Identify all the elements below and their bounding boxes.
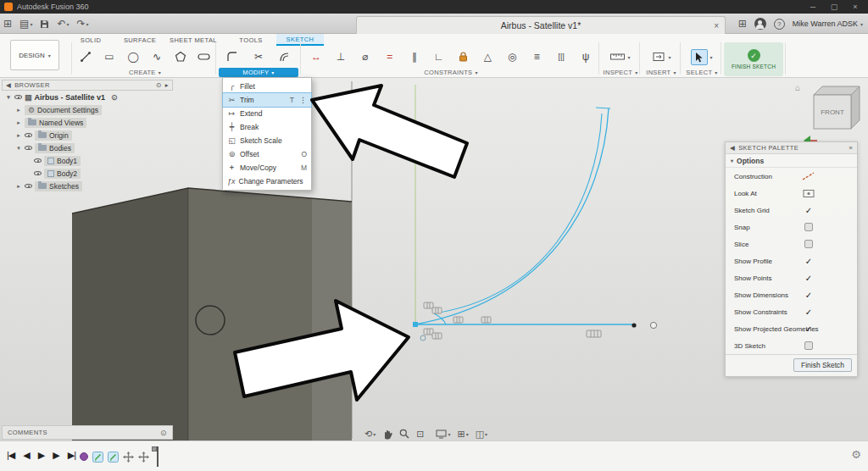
expander-icon[interactable]: ▸	[15, 107, 22, 114]
skip-start-icon[interactable]: |◀	[7, 450, 14, 461]
menu-item-move-copy[interactable]: + Move/Copy M	[223, 161, 311, 175]
rectangle-tool-icon[interactable]: ▭	[102, 48, 117, 65]
document-tab[interactable]: Airbus - Satellite v1* ×	[356, 16, 726, 34]
curvature-constraint-icon[interactable]: ψ	[578, 48, 593, 65]
menu-item-offset[interactable]: ⊚ Offset O	[223, 147, 311, 161]
tab-solid[interactable]: SOLID	[74, 34, 108, 46]
spline-tool-icon[interactable]: ∿	[149, 48, 164, 65]
menu-item-fillet[interactable]: ╭ Fillet	[223, 80, 311, 93]
timeline-item-sketch[interactable]	[108, 452, 119, 463]
timeline-position-marker[interactable]	[153, 446, 162, 467]
timeline-item-sketch[interactable]	[92, 452, 103, 463]
menu-item-extend[interactable]: ↦ Extend	[223, 107, 311, 120]
select-group-label[interactable]: SELECT▾	[683, 68, 721, 77]
close-window-button[interactable]: ×	[847, 3, 864, 11]
option-snap[interactable]: Snap	[726, 219, 857, 236]
orbit-icon[interactable]: ⟲▾	[364, 429, 376, 440]
option-show-projected-geometries[interactable]: Show Projected Geometries ✓	[726, 320, 857, 337]
visibility-eye-icon[interactable]	[34, 171, 42, 175]
checkbox-checked-icon[interactable]: ✓	[800, 274, 817, 283]
select-tool-active[interactable]	[691, 49, 708, 65]
visibility-eye-icon[interactable]	[34, 158, 42, 163]
perpendicular-constraint-icon[interactable]: ∟	[431, 48, 447, 65]
option-look-at[interactable]: Look At	[726, 185, 857, 202]
view-cube[interactable]: ⌂ FRONT	[795, 81, 866, 147]
concentric-constraint-icon[interactable]: ◎	[504, 48, 520, 65]
target-icon[interactable]: ⊙	[160, 429, 167, 437]
coincident-constraint-icon[interactable]: ⊥	[333, 48, 348, 65]
fit-icon[interactable]: ⊡	[416, 429, 424, 440]
visibility-eye-icon[interactable]	[14, 95, 22, 99]
browser-row-body1[interactable]: Body1	[2, 154, 173, 167]
popout-icon[interactable]: »	[849, 144, 853, 152]
menu-item-sketch-scale[interactable]: ◱ Sketch Scale	[223, 134, 311, 147]
minimize-button[interactable]: ─	[804, 3, 821, 11]
visibility-eye-icon[interactable]	[25, 133, 32, 137]
checkbox-checked-icon[interactable]: ✓	[800, 324, 817, 334]
pan-icon[interactable]	[382, 429, 392, 440]
look-at-icon[interactable]	[800, 189, 817, 198]
expander-icon[interactable]: ▸	[15, 119, 22, 126]
browser-row-named-views[interactable]: ▸ Named Views	[2, 116, 173, 129]
save-icon[interactable]	[40, 19, 49, 29]
line-tool-icon[interactable]	[78, 48, 93, 65]
browser-row-body2[interactable]: Body2	[2, 167, 173, 180]
avatar[interactable]	[754, 18, 766, 30]
app-grid-icon[interactable]: ⊞	[3, 18, 12, 30]
fix-lock-constraint-icon[interactable]	[455, 48, 470, 65]
maximize-button[interactable]: ▢	[826, 3, 843, 11]
redo-icon[interactable]: ↷▾	[77, 18, 89, 30]
menu-item-change-parameters[interactable]: ƒx Change Parameters	[223, 175, 311, 188]
create-group-label[interactable]: CREATE▾	[75, 68, 215, 77]
polygon-tool-icon[interactable]	[173, 48, 188, 65]
timeline-settings-gear-icon[interactable]: ⚙	[851, 448, 861, 461]
option-sketch-grid[interactable]: Sketch Grid ✓	[726, 202, 857, 219]
checkbox-checked-icon[interactable]: ✓	[800, 206, 817, 215]
undo-icon[interactable]: ↶▾	[57, 18, 69, 30]
step-back-icon[interactable]: ◀	[23, 450, 29, 461]
parallel-constraint-icon[interactable]: ∥	[407, 48, 422, 65]
menu-item-break[interactable]: ┿ Break	[223, 120, 311, 134]
tab-tools[interactable]: TOOLS	[232, 34, 270, 46]
option-3d-sketch[interactable]: 3D Sketch	[726, 337, 857, 354]
sketch-palette-header[interactable]: ◀ SKETCH PALETTE »	[726, 142, 857, 154]
checkbox-checked-icon[interactable]: ✓	[800, 291, 817, 300]
expander-icon[interactable]: ▾	[15, 145, 22, 152]
fillet-tool-icon[interactable]	[225, 48, 240, 65]
midpoint-constraint-icon[interactable]: △	[480, 48, 495, 65]
slot-tool-icon[interactable]	[197, 48, 212, 65]
expander-icon[interactable]: ▾	[5, 94, 12, 101]
extensions-icon[interactable]: ⊞	[738, 18, 747, 30]
trim-tool-icon[interactable]: ✂	[251, 48, 266, 65]
visibility-eye-icon[interactable]	[25, 146, 32, 150]
symmetry-constraint-icon[interactable]: [|]	[554, 48, 569, 65]
timeline-item-move[interactable]	[123, 452, 134, 463]
option-show-points[interactable]: Show Points ✓	[726, 269, 857, 286]
collapse-panel-icon[interactable]: ◀	[730, 144, 735, 152]
option-show-profile[interactable]: Show Profile ✓	[726, 252, 857, 269]
home-icon[interactable]: ⌂	[795, 83, 800, 92]
options-section-header[interactable]: ▾ Options	[726, 154, 857, 168]
offset-tool-icon[interactable]	[277, 48, 292, 65]
option-slice[interactable]: Slice	[726, 236, 857, 252]
workspace-selector[interactable]: DESIGN ▾	[10, 40, 59, 70]
finish-sketch-button[interactable]: ✓ FINISH SKETCH	[724, 42, 783, 76]
file-menu-icon[interactable]: ▤▾	[19, 18, 32, 30]
chevron-right-icon[interactable]: ▸	[165, 81, 169, 89]
equal-constraint-icon[interactable]: =	[382, 48, 398, 65]
expander-icon[interactable]: ▸	[15, 183, 22, 190]
sketch-dimension-icon[interactable]: ↔	[309, 48, 324, 65]
collapse-panel-icon[interactable]: ◀	[6, 81, 11, 89]
circle-tool-icon[interactable]: ◯	[125, 48, 141, 65]
help-icon[interactable]: ?	[774, 19, 785, 30]
menu-item-trim[interactable]: ✂ Trim T ⋮	[223, 93, 311, 107]
insert-icon[interactable]	[651, 48, 666, 65]
browser-header[interactable]: ◀ BROWSER ⊙ ▸	[2, 80, 173, 91]
comments-bar[interactable]: COMMENTS ⊙	[2, 425, 173, 440]
construction-line-icon[interactable]	[800, 172, 817, 180]
visibility-eye-icon[interactable]	[25, 184, 32, 188]
activate-component-icon[interactable]: ⊙	[111, 93, 118, 102]
expander-icon[interactable]: ▸	[15, 132, 22, 139]
constraints-group-label[interactable]: CONSTRAINTS▾	[303, 68, 598, 77]
skip-end-icon[interactable]: ▶|	[68, 450, 75, 461]
